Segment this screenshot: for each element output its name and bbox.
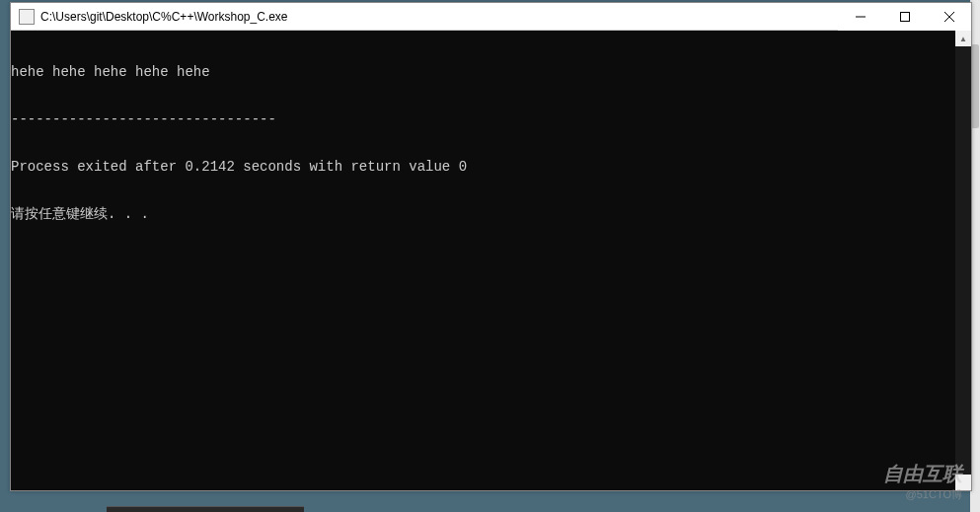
titlebar[interactable]: C:\Users\git\Desktop\C%C++\Workshop_C.ex… <box>11 3 971 31</box>
minimize-icon <box>856 12 866 22</box>
close-button[interactable] <box>927 3 971 31</box>
maximize-button[interactable] <box>882 3 927 31</box>
scrollbar-track[interactable] <box>955 46 971 475</box>
console-output[interactable]: hehe hehe hehe hehe hehe ---------------… <box>11 31 955 490</box>
console-line: -------------------------------- <box>11 111 955 127</box>
window-title: C:\Users\git\Desktop\C%C++\Workshop_C.ex… <box>40 10 838 24</box>
svg-rect-1 <box>900 13 909 22</box>
console-area: hehe hehe hehe hehe hehe ---------------… <box>11 31 971 490</box>
page-scrollbar-thumb[interactable] <box>971 44 979 128</box>
close-icon <box>944 12 954 22</box>
taskbar-fragment <box>107 506 304 512</box>
window-controls <box>838 3 971 30</box>
scroll-up-icon[interactable]: ▲ <box>955 31 971 46</box>
scroll-down-icon[interactable]: ▼ <box>955 475 971 490</box>
console-line: hehe hehe hehe hehe hehe <box>11 64 955 80</box>
minimize-button[interactable] <box>838 3 882 31</box>
console-window: C:\Users\git\Desktop\C%C++\Workshop_C.ex… <box>10 2 972 491</box>
console-line: 请按任意键继续. . . <box>11 206 955 222</box>
console-line: Process exited after 0.2142 seconds with… <box>11 159 955 175</box>
app-icon <box>19 9 35 25</box>
maximize-icon <box>900 12 910 22</box>
vertical-scrollbar[interactable]: ▲ ▼ <box>955 31 971 490</box>
